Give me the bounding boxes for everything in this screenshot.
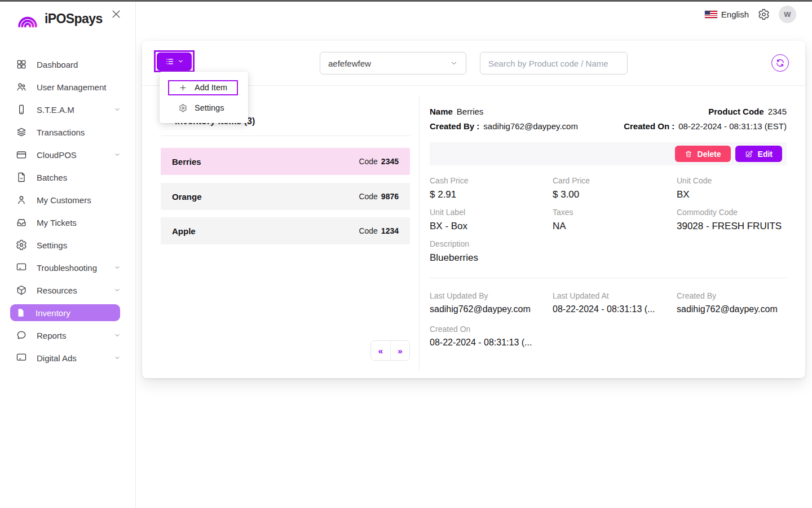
list-divider (161, 135, 410, 136)
app-name: iPOSpays (45, 11, 103, 27)
refresh-button[interactable] (771, 54, 789, 72)
sidebar-item-label: CloudPOS (37, 150, 77, 160)
close-icon (111, 8, 122, 20)
delete-button[interactable]: Delete (675, 146, 731, 162)
inventory-row-apple[interactable]: Apple Code1234 (161, 217, 410, 244)
document-icon (16, 172, 27, 183)
actions-dropdown-button[interactable] (157, 52, 192, 71)
sidebar-item-transactions[interactable]: Transactions (0, 121, 135, 143)
edit-button[interactable]: Edit (735, 146, 782, 162)
search-input[interactable] (480, 52, 628, 75)
chevron-down-icon (114, 287, 121, 294)
sidebar-item-inventory[interactable]: Inventory (10, 304, 120, 321)
sidebar-item-reports[interactable]: Reports (0, 324, 135, 347)
sidebar-item-troubleshooting[interactable]: Troubleshooting (0, 256, 135, 279)
sidebar-item-cloudpos[interactable]: CloudPOS (0, 143, 135, 166)
sidebar-item-label: Batches (37, 173, 67, 182)
sidebar-item-my-tickets[interactable]: My Tickets (0, 211, 135, 234)
sidebar-item-label: Transactions (37, 128, 85, 137)
inbox-icon (16, 217, 27, 228)
chevron-down-icon (178, 58, 184, 64)
menu-item-settings[interactable]: Settings (160, 100, 248, 115)
sidebar-close-button[interactable] (110, 8, 122, 21)
header-actions: English W (705, 5, 796, 23)
edit-icon (745, 150, 753, 158)
list-icon (165, 57, 174, 66)
field-commodity-code: Commodity Code39028 - FRESH FRUITS (677, 208, 787, 232)
sidebar-item-steam[interactable]: S.T.E.A.M (0, 98, 135, 121)
gear-icon[interactable] (758, 8, 770, 20)
menu-item-add-item[interactable]: Add Item (169, 81, 237, 94)
monitor-icon (16, 352, 27, 364)
item-name: Orange (172, 192, 202, 202)
pagination-next-button[interactable]: » (390, 341, 409, 360)
field-unit-label: Unit LabelBX - Box (430, 208, 553, 232)
meta-last-updated-by: Last Updated Bysadihig762@daypey.com (430, 291, 553, 314)
inventory-row-berries[interactable]: Berries Code2345 (161, 148, 410, 175)
inventory-content: Inventory Items (3) Berries Code2345 Ora… (142, 86, 805, 378)
sidebar-item-settings[interactable]: Settings (0, 234, 135, 256)
pagination-prev-button[interactable]: « (371, 341, 390, 360)
sidebar-item-resources[interactable]: Resources (0, 279, 135, 301)
menu-item-label: Settings (195, 103, 224, 112)
created-by-value: sadihig762@daypey.com (483, 122, 578, 130)
sidebar-item-label: My Tickets (37, 218, 77, 227)
store-select[interactable]: aefefewfew (320, 52, 466, 75)
sidebar-item-batches[interactable]: Batches (0, 166, 135, 189)
chevron-down-icon (114, 332, 121, 339)
field-unit-code: Unit CodeBX (677, 176, 787, 200)
chevron-down-icon (450, 59, 458, 67)
users-icon (16, 81, 27, 93)
mobile-icon (16, 104, 27, 115)
dashboard-icon (16, 59, 27, 70)
sidebar-item-label: Settings (37, 240, 67, 250)
product-code-label: Product Code (708, 107, 764, 116)
sidebar-item-label: User Management (37, 82, 106, 92)
sidebar-item-digital-ads[interactable]: Digital Ads (0, 347, 135, 369)
sidebar-item-label: Resources (37, 286, 77, 295)
field-taxes: TaxesNA (553, 208, 677, 232)
avatar[interactable]: W (779, 6, 796, 23)
menu-item-label: Add Item (195, 83, 227, 92)
created-on-label: Created On : (624, 122, 674, 130)
inventory-row-orange[interactable]: Orange Code9876 (161, 183, 410, 210)
sidebar-item-label: Inventory (36, 308, 70, 318)
detail-actions-strip: Delete Edit (430, 142, 787, 165)
field-cash-price: Cash Price$ 2.91 (430, 176, 553, 200)
detail-header-row-2: Created By : sadihig762@daypey.com Creat… (430, 122, 787, 130)
window-top-border (0, 0, 812, 2)
us-flag-icon (705, 11, 717, 18)
sidebar: iPOSpays Dashboard User Management S.T.E… (0, 0, 136, 508)
layers-icon (16, 126, 27, 138)
add-item-annotation-box: Add Item (168, 80, 238, 95)
sidebar-item-label: My Customers (37, 195, 91, 205)
document-filled-icon (16, 308, 26, 318)
detail-divider (430, 278, 787, 278)
sidebar-item-user-management[interactable]: User Management (0, 76, 135, 98)
pagination: « » (370, 340, 410, 361)
sidebar-item-label: Troubleshooting (37, 263, 97, 273)
inventory-page-card: aefefewfew Inventory Items (3) Berries C… (142, 41, 805, 378)
created-on-value: 08-22-2024 - 08:31:13 (EST) (678, 122, 787, 130)
language-selector[interactable]: English (705, 10, 749, 19)
sidebar-item-label: S.T.E.A.M (37, 105, 74, 115)
sidebar-nav: Dashboard User Management S.T.E.A.M Tran… (0, 53, 135, 369)
sidebar-item-label: Digital Ads (37, 353, 77, 363)
sidebar-item-label: Dashboard (37, 60, 78, 69)
app-logo: iPOSpays (16, 10, 103, 28)
item-name: Berries (172, 157, 201, 167)
sidebar-item-my-customers[interactable]: My Customers (0, 189, 135, 211)
sidebar-item-label: Reports (37, 331, 67, 340)
sidebar-item-dashboard[interactable]: Dashboard (0, 53, 135, 76)
monitor-icon (16, 262, 27, 273)
refresh-icon (775, 58, 785, 68)
name-label: Name (430, 107, 453, 116)
item-name: Apple (172, 226, 196, 236)
field-description: DescriptionBlueberries (430, 239, 553, 264)
person-icon (16, 194, 27, 205)
chevron-down-icon (114, 151, 121, 158)
item-detail-panel: Name Berries Product Code 2345 Created B… (430, 86, 787, 378)
detail-header-row-1: Name Berries Product Code 2345 (430, 107, 787, 116)
chevron-down-icon (114, 106, 121, 113)
detail-fields: Cash Price$ 2.91 Card Price$ 3.00 Unit C… (430, 176, 787, 264)
